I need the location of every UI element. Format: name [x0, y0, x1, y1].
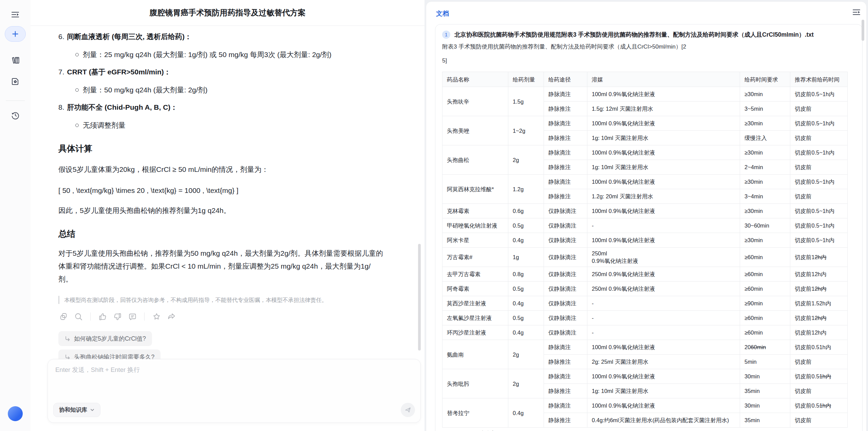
infusion-time-cell: ≥60min — [740, 282, 790, 296]
infusion-time-cell: ≥30min — [740, 233, 790, 248]
dose-cell: 1g — [508, 248, 544, 267]
history-icon[interactable] — [10, 110, 20, 121]
table-row: 克林霉素0.6g仅静脉滴注100ml 0.9%氯化钠注射液≥30min切皮前0.… — [442, 204, 848, 218]
reference-title-row[interactable]: 1 北京协和医院抗菌药物手术预防使用规范附表3 手术预防使用抗菌药物的推荐剂量、… — [442, 31, 855, 39]
table-row: 阿奇霉素0.5g仅静脉滴注250ml 0.9%氯化钠注射液≥60min切皮前12… — [442, 282, 848, 296]
infusion-time-cell: 2060min — [740, 340, 790, 355]
star-icon[interactable] — [151, 311, 162, 322]
table-header-cell: 给药时间要求 — [740, 72, 790, 87]
solvent-cell: 2g: 25ml 灭菌注射用水 — [587, 355, 740, 369]
user-avatar[interactable] — [8, 406, 23, 421]
drug-name-cell: 阿米卡星 — [442, 233, 508, 248]
pre-incision-time-cell: 切皮前0.51h内 — [790, 398, 848, 413]
table-header-cell: 给药剂量 — [508, 72, 544, 87]
dose-cell: 1~2g — [508, 116, 544, 145]
thumbs-up-icon[interactable] — [97, 311, 108, 322]
pre-incision-time-cell: 切皮前 — [790, 355, 848, 369]
solvent-cell: 1g: 10ml 灭菌注射用水 — [587, 131, 740, 145]
pre-incision-time-cell: 切皮前 — [790, 160, 848, 175]
drug-name-cell: 甲硝唑氯化钠注射液 — [442, 218, 508, 233]
document-scrollbar[interactable] — [862, 20, 864, 41]
sidebar-divider — [6, 101, 25, 101]
solvent-cell: - — [587, 218, 740, 233]
new-chat-button[interactable] — [5, 26, 26, 42]
infusion-time-cell: ≥90min — [740, 296, 790, 311]
table-row: 万古霉素#1g仅静脉滴注250ml0.9%氯化钠注射液≥60min切皮前12h内 — [442, 248, 848, 267]
dose-cell: 0.6g — [508, 204, 544, 218]
drug-table: 药品名称给药剂量给药途径溶媒给药时间要求推荐术前给药时间 头孢呋辛1.5g静脉滴… — [442, 72, 848, 428]
calc-formula: [ 50 , \text{mg/kg} \times 20 , \text{kg… — [58, 185, 384, 195]
chevron-down-icon — [90, 408, 95, 412]
chat-scrollbar[interactable] — [418, 244, 421, 351]
pre-incision-time-cell: 切皮前1.52h内 — [790, 296, 848, 311]
solvent-cell: 100ml 0.9%氯化钠注射液 — [587, 116, 740, 131]
dose-cell: 0.4g — [508, 296, 544, 311]
paper-plane-icon — [404, 407, 411, 413]
table-header-cell: 推荐术前给药时间 — [790, 72, 848, 87]
library-books-icon[interactable] — [10, 55, 20, 66]
infusion-time-cell: 35min — [740, 413, 790, 428]
dose-cell: 1.5g — [508, 87, 544, 116]
reference-subtitle: 附表3 手术预防使用抗菌药物的推荐剂量、配制方法及给药时间要求（成人且CrCl>… — [442, 43, 855, 51]
table-row: 头孢美唑1~2g静脉滴注100ml 0.9%氯化钠注射液≥30min切皮前0.5… — [442, 116, 848, 131]
infusion-time-cell: 30min — [740, 369, 790, 384]
knowledge-doc-icon[interactable] — [10, 76, 20, 87]
feedback-icon[interactable] — [127, 311, 137, 322]
table-row: 头孢吡肟2g静脉滴注100ml 0.9%氯化钠注射液30min切皮前0.51h内 — [442, 369, 848, 384]
pre-incision-time-cell: 切皮前0.5~1h内 — [790, 204, 848, 218]
dose-cell: 0.5g — [508, 311, 544, 325]
share-icon[interactable] — [166, 311, 176, 322]
list-subitem: 剂量：25 mg/kg q24h (最大剂量: 1g/剂) 或 50 mg/kg… — [58, 50, 384, 59]
dose-cell: 0.4g — [508, 233, 544, 248]
collapse-panel-icon[interactable] — [851, 7, 862, 17]
solvent-cell: 250ml 0.9%氯化钠注射液 — [587, 282, 740, 296]
drug-name-cell: 左氧氟沙星注射液 — [442, 311, 508, 325]
table-row: 左氧氟沙星注射液0.5g仅静脉滴注-≥60min切皮前12h内 — [442, 311, 848, 325]
dose-cell: 1.2g — [508, 175, 544, 204]
suggested-question-chip[interactable]: 如何确定5岁儿童的CrCl值? — [58, 331, 152, 346]
doc-table-body: 头孢呋辛1.5g静脉滴注100ml 0.9%氯化钠注射液≥30min切皮前0.5… — [442, 87, 848, 428]
drug-name-cell: 替考拉宁 — [442, 398, 508, 428]
solvent-cell: 100ml 0.9%氯化钠注射液 — [587, 175, 740, 189]
search-icon[interactable] — [73, 311, 83, 322]
drug-name-cell: 头孢呋辛 — [442, 87, 508, 116]
solvent-cell: 100ml 0.9%氯化钠注射液 — [587, 87, 740, 102]
infusion-time-cell: 2~4min — [740, 160, 790, 175]
pre-incision-time-cell: 切皮前12h内 — [790, 248, 848, 267]
route-cell: 仅静脉滴注 — [544, 296, 587, 311]
calc-conclusion: 因此，5岁儿童使用头孢曲松钠的推荐剂量为1g q24h。 — [58, 205, 384, 215]
knowledge-base-selector[interactable]: 协和知识库 — [53, 403, 100, 417]
route-cell: 静脉推注 — [544, 384, 587, 398]
section-heading-calc: 具体计算 — [58, 143, 384, 154]
send-button[interactable] — [401, 403, 415, 417]
list-subitem: 无须调整剂量 — [58, 120, 384, 130]
pre-incision-time-cell: 切皮前12h内 — [790, 282, 848, 296]
solvent-cell: 0.4g:约6ml灭菌注射用水(药品包装内配套灭菌注射用水) — [587, 413, 740, 428]
pre-incision-time-cell: 切皮前 — [790, 413, 848, 428]
infusion-time-cell: ≥30min — [740, 116, 790, 131]
solvent-cell: 100ml 0.9%氯化钠注射液 — [587, 145, 740, 160]
knowledge-base-label: 协和知识库 — [59, 406, 87, 414]
copy-icon[interactable] — [58, 311, 69, 322]
route-cell: 仅静脉滴注 — [544, 311, 587, 325]
drug-name-cell: 头孢美唑 — [442, 116, 508, 145]
infusion-time-cell: 5min — [740, 355, 790, 369]
message-composer: 协和知识库 — [48, 359, 421, 423]
thumbs-down-icon[interactable] — [112, 311, 122, 322]
reference-badge: 1 — [442, 31, 450, 39]
sidebar — [0, 0, 31, 431]
pre-incision-time-cell: 切皮前0.51h内 — [790, 369, 848, 384]
solvent-cell: - — [587, 296, 740, 311]
infusion-time-cell: ≥60min — [740, 325, 790, 340]
route-cell: 仅静脉滴注 — [544, 282, 587, 296]
infusion-time-cell: ≥30min — [740, 87, 790, 102]
chat-title: 腹腔镜胃癌手术预防用药指导及过敏替代方案 — [150, 7, 306, 18]
dose-cell: 0.5g — [508, 218, 544, 233]
solvent-cell: 250ml 0.9%氯化钠注射液 — [587, 267, 740, 282]
route-cell: 仅静脉滴注 — [544, 325, 587, 340]
chat-input[interactable] — [55, 365, 413, 396]
reference-filename: 北京协和医院抗菌药物手术预防使用规范附表3 手术预防使用抗菌药物的推荐剂量、配制… — [454, 31, 814, 39]
dose-cell: 2g — [508, 369, 544, 398]
drug-name-cell: 阿奇霉素 — [442, 282, 508, 296]
collapse-menu-icon[interactable] — [10, 10, 20, 20]
